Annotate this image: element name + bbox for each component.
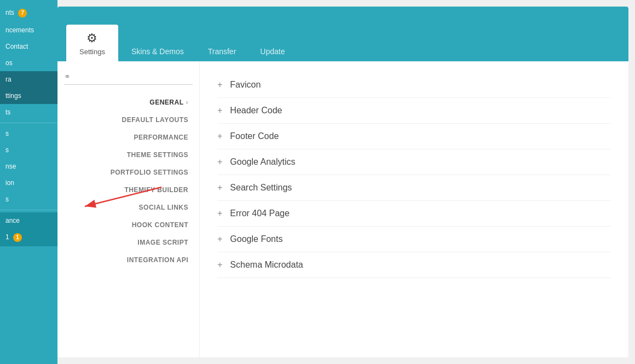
- settings-nav-social-links[interactable]: SOCIAL LINKS: [64, 199, 193, 216]
- settings-nav-portfolio-settings[interactable]: PORTFOLIO SETTINGS: [64, 164, 193, 181]
- sidebar-item-13[interactable]: 1 1: [0, 229, 57, 246]
- settings-nav-social-links-label: SOCIAL LINKS: [139, 204, 188, 211]
- settings-entry-google-fonts[interactable]: + Google Fonts: [217, 227, 611, 252]
- settings-nav-themify-builder[interactable]: THEMIFY BUILDER: [64, 181, 193, 199]
- expand-icon-google-analytics: +: [217, 157, 222, 167]
- sidebar-item-2[interactable]: Contact: [0, 38, 57, 55]
- tab-skins-demos[interactable]: Skins & Demos: [120, 42, 195, 61]
- settings-nav-hook-content-label: HOOK CONTENT: [132, 221, 188, 229]
- sidebar-item-3[interactable]: os: [0, 55, 57, 71]
- settings-entry-favicon-label: Favicon: [230, 80, 261, 90]
- sidebar-badge-0: 7: [18, 9, 27, 18]
- sidebar-item-label-12: ance: [5, 217, 20, 224]
- sidebar-item-11[interactable]: s: [0, 191, 57, 207]
- settings-entry-search-settings[interactable]: + Search Settings: [217, 175, 611, 201]
- settings-entry-schema-microdata-label: Schema Microdata: [230, 260, 303, 270]
- tab-update[interactable]: Update: [249, 42, 296, 61]
- expand-icon-search-settings: +: [217, 183, 222, 193]
- sidebar-item-4[interactable]: ra: [0, 71, 57, 88]
- expand-icon-footer-code: +: [217, 131, 222, 141]
- chevron-right-icon: ›: [186, 99, 189, 106]
- sidebar-item-5[interactable]: ttings: [0, 88, 57, 104]
- content-area: ⚭ GENERAL › DEFAULT LAYOUTS PERFORMANCE …: [57, 61, 628, 357]
- settings-entry-footer-code[interactable]: + Footer Code: [217, 124, 611, 149]
- settings-entry-google-analytics[interactable]: + Google Analytics: [217, 149, 611, 175]
- sidebar-item-label-7: s: [5, 130, 9, 137]
- tab-header: ⚙ Settings Skins & Demos Transfer Update: [57, 7, 628, 61]
- settings-nav-image-script[interactable]: IMAGE SCRIPT: [64, 234, 193, 251]
- expand-icon-schema-microdata: +: [217, 260, 222, 270]
- sidebar-item-label-13: 1: [5, 233, 9, 241]
- settings-nav-portfolio-settings-label: PORTFOLIO SETTINGS: [111, 169, 188, 176]
- settings-entry-favicon[interactable]: + Favicon: [217, 72, 611, 98]
- sidebar-item-label-6: ts: [5, 108, 10, 116]
- sidebar-item-label-9: nse: [5, 163, 16, 170]
- sidebar-item-10[interactable]: ion: [0, 175, 57, 191]
- sidebar-item-12[interactable]: ance: [0, 212, 57, 229]
- settings-content: + Favicon + Header Code + Footer Code + …: [200, 61, 628, 357]
- settings-entry-footer-code-label: Footer Code: [230, 131, 279, 141]
- tab-update-label: Update: [260, 47, 285, 56]
- settings-entry-error-404[interactable]: + Error 404 Page: [217, 201, 611, 227]
- sidebar: nts 7 ncements Contact os ra ttings ts s…: [0, 0, 57, 364]
- settings-entry-schema-microdata[interactable]: + Schema Microdata: [217, 252, 611, 278]
- settings-entry-header-code[interactable]: + Header Code: [217, 98, 611, 124]
- settings-nav-theme-settings[interactable]: THEME SETTINGS: [64, 146, 193, 164]
- sidebar-item-label-2: Contact: [5, 43, 28, 50]
- settings-nav-themify-builder-label: THEMIFY BUILDER: [124, 186, 188, 194]
- expand-icon-favicon: +: [217, 80, 222, 90]
- settings-entry-google-fonts-label: Google Fonts: [230, 234, 282, 244]
- settings-nav-default-layouts[interactable]: DEFAULT LAYOUTS: [64, 111, 193, 129]
- settings-nav-image-script-label: IMAGE SCRIPT: [137, 239, 188, 246]
- settings-nav-general[interactable]: GENERAL ›: [64, 94, 193, 111]
- sidebar-item-label-5: ttings: [5, 92, 21, 100]
- settings-sidebar: ⚭ GENERAL › DEFAULT LAYOUTS PERFORMANCE …: [57, 61, 200, 357]
- settings-nav-performance[interactable]: PERFORMANCE: [64, 129, 193, 146]
- sidebar-item-label-0: nts: [5, 9, 14, 16]
- sidebar-item-label-11: s: [5, 195, 9, 203]
- tab-transfer[interactable]: Transfer: [197, 42, 247, 61]
- sidebar-item-1[interactable]: ncements: [0, 22, 57, 38]
- sidebar-badge-13: 1: [13, 233, 22, 242]
- settings-entry-google-analytics-label: Google Analytics: [230, 157, 295, 167]
- sidebar-item-label-10: ion: [5, 179, 14, 187]
- search-box: ⚭: [64, 72, 193, 85]
- sidebar-item-9[interactable]: nse: [0, 158, 57, 175]
- sidebar-item-label-3: os: [5, 59, 13, 67]
- sidebar-item-0[interactable]: nts 7: [0, 4, 57, 22]
- settings-nav-performance-label: PERFORMANCE: [134, 134, 188, 141]
- settings-gear-icon: ⚙: [86, 31, 97, 45]
- settings-entry-search-settings-label: Search Settings: [230, 183, 292, 193]
- expand-icon-header-code: +: [217, 106, 222, 115]
- settings-nav-integration-api-label: INTEGRATION API: [127, 256, 188, 264]
- tab-transfer-label: Transfer: [208, 47, 236, 56]
- settings-nav-theme-settings-label: THEME SETTINGS: [127, 151, 188, 159]
- sidebar-item-8[interactable]: s: [0, 142, 57, 158]
- settings-nav-general-label: GENERAL: [149, 99, 183, 106]
- tab-settings-label: Settings: [79, 48, 105, 56]
- sidebar-item-label-1: ncements: [5, 26, 34, 34]
- sidebar-item-7[interactable]: s: [0, 125, 57, 142]
- settings-entry-header-code-label: Header Code: [230, 106, 282, 115]
- expand-icon-error-404: +: [217, 209, 222, 218]
- settings-nav-integration-api[interactable]: INTEGRATION API: [64, 251, 193, 269]
- sidebar-item-label-8: s: [5, 146, 9, 154]
- settings-nav-default-layouts-label: DEFAULT LAYOUTS: [122, 116, 188, 124]
- settings-nav-hook-content[interactable]: HOOK CONTENT: [64, 216, 193, 234]
- tab-settings[interactable]: ⚙ Settings: [66, 25, 118, 61]
- sidebar-item-6[interactable]: ts: [0, 104, 57, 120]
- sidebar-item-label-4: ra: [5, 76, 11, 83]
- main-panel: ⚙ Settings Skins & Demos Transfer Update…: [57, 7, 628, 357]
- expand-icon-google-fonts: +: [217, 234, 222, 244]
- tab-skins-demos-label: Skins & Demos: [131, 47, 184, 56]
- search-icon: ⚭: [64, 72, 71, 81]
- search-input[interactable]: [74, 73, 193, 81]
- settings-entry-error-404-label: Error 404 Page: [230, 209, 290, 218]
